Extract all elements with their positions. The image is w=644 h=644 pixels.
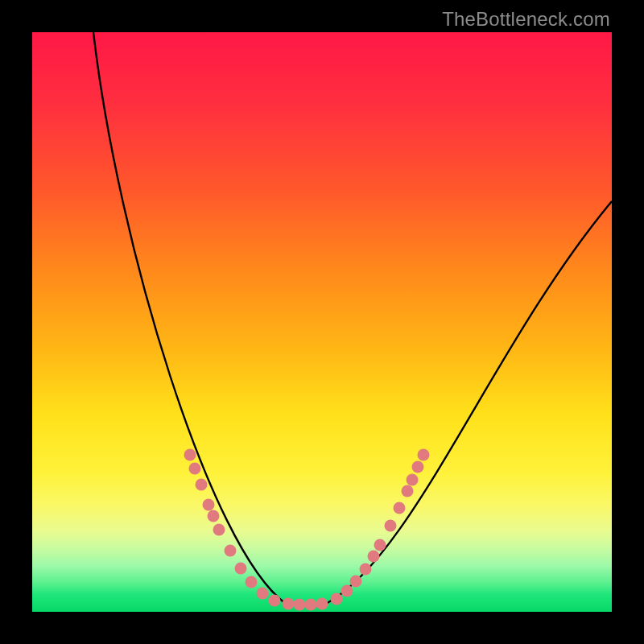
marker-dot [196, 479, 208, 491]
marker-dot [331, 593, 343, 605]
curve-left-limb [93, 32, 286, 604]
marker-dot [269, 595, 281, 607]
marker-dot [189, 463, 201, 475]
marker-dot [350, 576, 362, 588]
marker-dot [374, 539, 386, 551]
marker-dot [385, 520, 397, 532]
marker-dot [257, 588, 269, 600]
plot-area [32, 32, 612, 612]
marker-dot [418, 449, 430, 461]
marker-dot [341, 585, 353, 597]
curve-svg [32, 32, 612, 612]
marker-dot [368, 551, 380, 563]
marker-dot [283, 598, 295, 610]
curve-right-limb [326, 201, 612, 604]
marker-dot [305, 599, 317, 611]
marker-dot [225, 545, 237, 557]
marker-dot [208, 510, 220, 522]
marker-dot [213, 524, 225, 536]
chart-canvas: TheBottleneck.com [0, 0, 644, 644]
marker-dot [360, 564, 372, 576]
marker-dot [203, 499, 215, 511]
marker-dot [294, 599, 306, 611]
marker-dot [184, 449, 196, 461]
curve-markers [184, 449, 430, 611]
marker-dot [316, 598, 328, 610]
marker-dot [407, 474, 419, 486]
curve-valley [286, 604, 326, 605]
marker-dot [235, 563, 247, 575]
marker-dot [402, 485, 414, 497]
marker-dot [246, 576, 258, 588]
marker-dot [394, 502, 406, 514]
marker-dot [412, 461, 424, 473]
watermark-text: TheBottleneck.com [442, 8, 610, 31]
